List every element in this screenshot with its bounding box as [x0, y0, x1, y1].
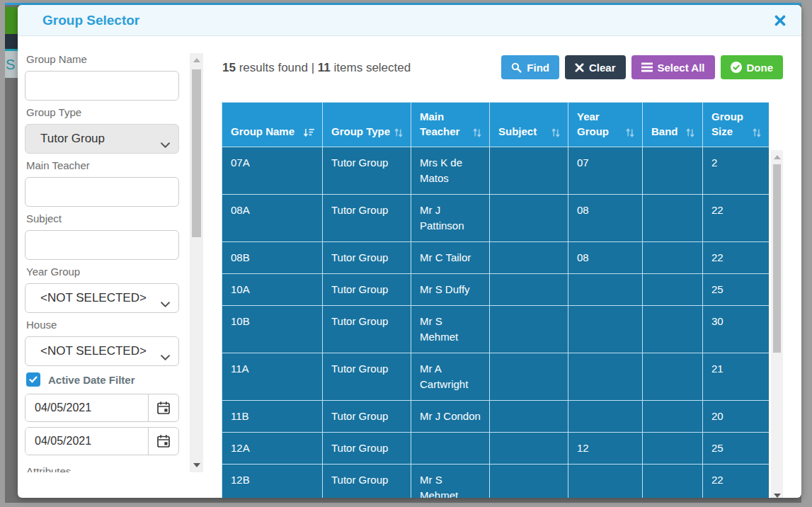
- table-cell[interactable]: [643, 465, 703, 499]
- table-cell[interactable]: [568, 306, 643, 353]
- table-cell[interactable]: [643, 306, 703, 353]
- house-select[interactable]: <NOT SELECTED>: [25, 336, 179, 366]
- table-cell[interactable]: [490, 242, 568, 274]
- table-cell[interactable]: [490, 433, 568, 465]
- table-cell[interactable]: [411, 433, 490, 465]
- table-cell[interactable]: 12: [568, 433, 643, 465]
- table-cell[interactable]: 12A: [222, 433, 323, 465]
- table-cell[interactable]: [490, 353, 568, 401]
- column-header-group-name[interactable]: Group Name: [222, 103, 323, 147]
- table-row-08b[interactable]: 08BTutor GroupMr C Tailor0822: [222, 242, 770, 274]
- sort-up-down-icon[interactable]: [752, 128, 762, 139]
- table-cell[interactable]: 22: [703, 195, 770, 242]
- table-cell[interactable]: 08: [568, 242, 643, 274]
- table-row-12a[interactable]: 12ATutor Group1225: [222, 433, 770, 465]
- active-date-filter-label[interactable]: Active Date Filter: [48, 374, 135, 386]
- main-teacher-input[interactable]: [25, 177, 179, 207]
- table-cell[interactable]: [643, 433, 703, 465]
- scroll-down-icon[interactable]: [774, 494, 781, 498]
- active-date-filter-checkbox[interactable]: [26, 372, 40, 387]
- table-cell[interactable]: [568, 401, 643, 433]
- date-to-input[interactable]: [25, 428, 148, 455]
- column-header-main-teacher[interactable]: Main Teacher: [411, 103, 490, 147]
- table-cell[interactable]: Mr J Pattinson: [411, 195, 490, 242]
- table-cell[interactable]: Mr J Condon: [411, 401, 490, 433]
- table-cell[interactable]: 22: [703, 242, 770, 274]
- sort-up-down-icon[interactable]: [394, 128, 404, 139]
- group-name-input[interactable]: [25, 71, 179, 101]
- table-cell[interactable]: [490, 306, 568, 353]
- table-cell[interactable]: [490, 147, 568, 195]
- table-cell[interactable]: [568, 465, 643, 499]
- table-cell[interactable]: [490, 465, 568, 499]
- table-cell[interactable]: Tutor Group: [323, 274, 411, 306]
- table-cell[interactable]: 12B: [222, 465, 323, 499]
- year-group-select[interactable]: <NOT SELECTED>: [25, 283, 179, 313]
- sort-up-down-icon[interactable]: [685, 128, 695, 139]
- table-cell[interactable]: [490, 274, 568, 306]
- table-cell[interactable]: Tutor Group: [323, 242, 411, 274]
- table-cell[interactable]: Tutor Group: [323, 401, 411, 433]
- table-cell[interactable]: 08: [568, 195, 643, 242]
- select-all-button[interactable]: Select All: [631, 55, 715, 79]
- table-row-11b[interactable]: 11BTutor GroupMr J Condon20: [222, 401, 770, 433]
- find-button[interactable]: Find: [501, 55, 559, 79]
- table-cell[interactable]: [643, 242, 703, 274]
- sort-up-down-icon[interactable]: [472, 128, 482, 139]
- table-cell[interactable]: Tutor Group: [323, 195, 411, 242]
- table-cell[interactable]: [568, 353, 643, 401]
- table-cell[interactable]: Mr C Tailor: [411, 242, 490, 274]
- table-cell[interactable]: 21: [703, 353, 770, 401]
- sort-amount-desc-icon[interactable]: [303, 128, 315, 139]
- date-from-input[interactable]: [25, 394, 148, 421]
- table-cell[interactable]: 2: [703, 147, 770, 195]
- table-cell[interactable]: 10B: [222, 306, 323, 353]
- table-scrollbar[interactable]: [771, 150, 783, 498]
- form-scrollbar-thumb[interactable]: [192, 69, 201, 237]
- table-cell[interactable]: 20: [703, 401, 770, 433]
- scroll-down-icon[interactable]: [193, 463, 200, 467]
- table-cell[interactable]: Mr S Mehmet: [411, 465, 490, 499]
- column-header-year-group[interactable]: Year Group: [568, 103, 643, 147]
- table-cell[interactable]: 25: [703, 433, 770, 465]
- table-cell[interactable]: Mr S Duffy: [411, 274, 490, 306]
- table-cell[interactable]: 07: [568, 147, 643, 195]
- column-header-subject[interactable]: Subject: [490, 103, 568, 147]
- table-row-07a[interactable]: 07ATutor GroupMrs K de Matos072: [222, 147, 770, 195]
- table-cell[interactable]: Tutor Group: [323, 465, 411, 499]
- table-cell[interactable]: [490, 401, 568, 433]
- table-cell[interactable]: Mr S Mehmet: [411, 306, 490, 353]
- table-cell[interactable]: 08A: [222, 195, 323, 242]
- table-cell[interactable]: 25: [703, 274, 770, 306]
- table-cell[interactable]: 22: [703, 465, 770, 499]
- table-row-10a[interactable]: 10ATutor GroupMr S Duffy25: [222, 274, 770, 306]
- table-cell[interactable]: Tutor Group: [323, 147, 411, 195]
- column-header-band[interactable]: Band: [643, 103, 703, 147]
- column-header-group-size[interactable]: Group Size: [703, 103, 770, 147]
- calendar-icon[interactable]: [148, 394, 178, 421]
- calendar-icon[interactable]: [148, 428, 178, 455]
- form-scrollbar[interactable]: [190, 53, 203, 472]
- table-cell[interactable]: 07A: [222, 147, 323, 195]
- table-cell[interactable]: [568, 274, 643, 306]
- table-row-11a[interactable]: 11ATutor GroupMr A Cartwright21: [222, 353, 770, 401]
- table-cell[interactable]: 10A: [222, 274, 323, 306]
- table-row-12b[interactable]: 12BTutor GroupMr S Mehmet22: [222, 465, 770, 499]
- table-cell[interactable]: Tutor Group: [323, 433, 411, 465]
- table-cell[interactable]: [490, 195, 568, 242]
- table-cell[interactable]: Mr A Cartwright: [411, 353, 490, 401]
- subject-input[interactable]: [25, 230, 179, 260]
- table-cell[interactable]: Tutor Group: [323, 306, 411, 353]
- scroll-up-icon[interactable]: [193, 58, 200, 62]
- group-type-select[interactable]: Tutor Group: [25, 124, 179, 154]
- sort-up-down-icon[interactable]: [551, 128, 561, 139]
- table-row-10b[interactable]: 10BTutor GroupMr S Mehmet30: [222, 306, 770, 353]
- table-cell[interactable]: 11A: [222, 353, 323, 401]
- table-cell[interactable]: 08B: [222, 242, 323, 274]
- table-cell[interactable]: [643, 274, 703, 306]
- done-button[interactable]: Done: [721, 55, 784, 79]
- table-cell[interactable]: [643, 195, 703, 242]
- table-cell[interactable]: [643, 353, 703, 401]
- table-cell[interactable]: [643, 401, 703, 433]
- table-cell[interactable]: Mrs K de Matos: [411, 147, 490, 195]
